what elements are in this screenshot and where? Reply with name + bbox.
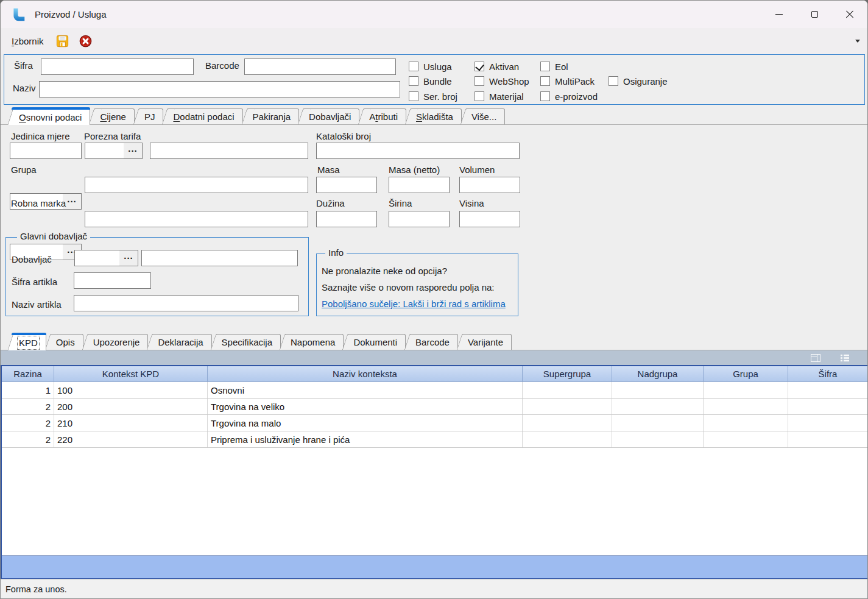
dobavljac-name-input[interactable] [141,250,298,266]
kataloski-broj-input[interactable] [316,143,520,159]
grid-column-chooser-button[interactable] [838,352,852,363]
cell-grupa[interactable] [704,399,788,414]
tab-cijene[interactable]: Cijene [94,108,135,124]
save-button[interactable] [55,34,71,49]
tab-skladista[interactable]: Skladišta [411,108,462,124]
grid-footer-bar [2,555,867,578]
masa-input[interactable] [316,177,377,193]
checkbox-bundle[interactable]: Bundle [409,75,452,87]
toolbar-overflow-button[interactable] [853,37,863,46]
cell-razina[interactable]: 1 [2,382,54,398]
tab-napomena[interactable]: Napomena [285,334,344,350]
checkbox-eol[interactable]: Eol [540,60,568,73]
cell-grupa[interactable] [704,382,788,398]
column-header-grupa[interactable]: Grupa [704,366,788,381]
cell-naziv[interactable]: Trgovina na malo [208,415,523,431]
tab-pj[interactable]: PJ [139,108,164,124]
cell-grupa[interactable] [704,415,788,431]
cell-nadgrupa[interactable] [612,382,704,398]
cell-supergrupa[interactable] [523,382,612,398]
cell-supergrupa[interactable] [523,399,612,414]
cell-supergrupa[interactable] [523,431,612,447]
dobavljac-lookup-button[interactable]: ... [119,250,138,266]
cell-razina[interactable]: 2 [2,431,54,447]
grid-save-layout-button[interactable] [809,352,822,363]
sifra-artikla-input[interactable] [74,272,151,289]
column-header-razina[interactable]: Razina [2,366,54,381]
cell-supergrupa[interactable] [523,415,612,431]
checkbox-e-proizvod[interactable]: e-proizvod [540,90,598,102]
main-tabstrip: Osnovni podaci Cijene PJ Dodatni podaci … [1,105,867,125]
cell-kontekst[interactable]: 220 [54,431,208,447]
checkbox-usluga[interactable]: Usluga [409,60,452,73]
porezna-tarifa-lookup-button[interactable]: ... [124,143,142,158]
checkbox-multipack[interactable]: MultiPack [540,75,595,87]
cell-kontekst[interactable]: 100 [54,382,208,398]
cell-grupa[interactable] [704,431,788,447]
cell-naziv[interactable]: Trgovina na veliko [208,399,523,414]
robna-marka-name-input[interactable] [85,211,308,227]
jedinica-mjere-input[interactable] [10,143,82,159]
tab-barcode[interactable]: Barcode [410,334,458,350]
tab-upozorenje[interactable]: Upozorenje [88,334,149,350]
checkbox-osiguranje[interactable]: Osiguranje [609,75,668,87]
column-header-kontekst-kpd[interactable]: Kontekst KPD [54,366,208,381]
cell-razina[interactable]: 2 [2,399,54,414]
naziv-artikla-input[interactable] [74,295,298,311]
cell-naziv[interactable]: Osnovni [208,382,523,398]
tab-kpd[interactable]: KPD [13,333,46,350]
masa-netto-input[interactable] [389,177,450,193]
close-button[interactable] [832,1,867,28]
cell-sifra[interactable] [788,415,867,431]
tab-dokumenti[interactable]: Dokumenti [348,334,406,350]
tab-dodatni-podaci[interactable]: Dodatni podaci [168,108,242,124]
column-header-naziv-konteksta[interactable]: Naziv konteksta [208,366,523,381]
minimize-button[interactable] [761,1,797,28]
cell-sifra[interactable] [788,431,867,447]
maximize-button[interactable] [797,1,832,28]
kpd-row[interactable]: 2 210 Trgovina na malo [2,415,867,431]
column-header-supergrupa[interactable]: Supergrupa [523,366,612,381]
tab-label: Pakiranja [253,112,291,122]
naziv-input[interactable] [39,81,400,97]
visina-input[interactable] [459,211,520,227]
menu-izbornik[interactable]: Izbornik [8,34,48,49]
grupa-name-input[interactable] [85,177,308,193]
tab-atributi[interactable]: Atributi [364,108,406,124]
kpd-row[interactable]: 2 220 Priprema i usluživanje hrane i pić… [2,431,867,448]
duzina-input[interactable] [316,211,377,227]
cell-nadgrupa[interactable] [612,431,704,447]
sirina-input[interactable] [389,211,450,227]
cell-sifra[interactable] [788,399,867,414]
cell-naziv[interactable]: Priprema i usluživanje hrane i pića [208,431,523,447]
barcode-input[interactable] [244,58,396,75]
checkbox-aktivan[interactable]: Aktivan [475,60,519,73]
cell-kontekst[interactable]: 200 [54,399,208,414]
porezna-tarifa-name-input[interactable] [150,143,308,159]
tab-varijante[interactable]: Varijante [462,334,512,350]
cell-sifra[interactable] [788,382,867,398]
checkbox-webshop[interactable]: WebShop [475,75,529,87]
cancel-button[interactable] [78,34,94,49]
column-header-sifra[interactable]: Šifra [788,366,867,381]
tab-specifikacija[interactable]: Specifikacija [216,334,281,350]
cell-nadgrupa[interactable] [612,399,704,414]
cell-razina[interactable]: 2 [2,415,54,431]
cell-nadgrupa[interactable] [612,415,704,431]
tab-deklaracija[interactable]: Deklaracija [152,334,211,350]
tab-pakiranja[interactable]: Pakiranja [247,108,300,124]
checkbox-materijal[interactable]: Materijal [475,90,524,102]
tab-vise[interactable]: Više... [466,108,505,124]
tab-osnovni-podaci[interactable]: Osnovni podaci [13,107,90,125]
tab-dobavljaci[interactable]: Dobavljači [303,108,359,124]
checkbox-ser-broj[interactable]: Ser. broj [409,90,457,102]
kpd-row[interactable]: 2 200 Trgovina na veliko [2,399,867,415]
tab-label: Varijante [468,337,503,347]
tab-opis[interactable]: Opis [51,334,83,350]
sifra-input[interactable] [41,58,194,75]
volumen-input[interactable] [459,177,520,193]
kpd-row[interactable]: 1 100 Osnovni [2,382,867,399]
info-link[interactable]: Poboljšano sučelje: Lakši i brži rad s a… [322,299,506,309]
cell-kontekst[interactable]: 210 [54,415,208,431]
column-header-nadgrupa[interactable]: Nadgrupa [612,366,704,381]
